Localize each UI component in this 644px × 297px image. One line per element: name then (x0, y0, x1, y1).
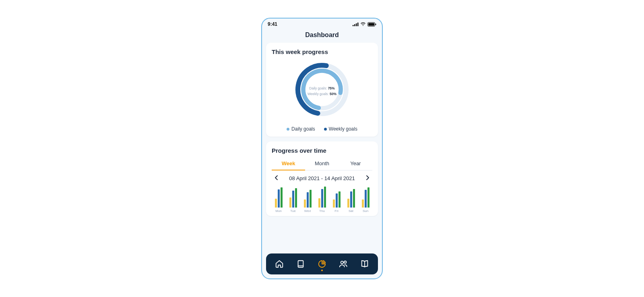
bar (350, 191, 352, 208)
bar (367, 187, 369, 208)
day-label: Mon (275, 209, 282, 213)
donut-center-labels: Daily goals: 75% Weekly goals: 50% (308, 86, 336, 97)
bar-chart: MonTueWedThuFriSatSun (272, 185, 372, 213)
day-label: Sat (349, 209, 353, 213)
bar (281, 187, 283, 208)
day-column: Sat (345, 185, 357, 213)
prev-range-button[interactable] (273, 175, 280, 181)
bar (324, 187, 326, 208)
daily-goals-label: Daily goals: (309, 86, 327, 90)
signal-icon (353, 22, 359, 26)
page-title: Dashboard (262, 30, 382, 43)
svg-rect-5 (368, 23, 374, 26)
day-label: Fri (334, 209, 338, 213)
svg-rect-2 (356, 23, 357, 26)
next-range-button[interactable] (364, 175, 371, 181)
day-label: Tue (290, 209, 296, 213)
day-label: Thu (319, 209, 325, 213)
people-icon (339, 260, 348, 268)
date-range-row: 08 April 2021 - 14 April 2021 (272, 175, 372, 185)
phone-frame: 9:41 Dashboard This week progress Daily … (261, 18, 383, 279)
week-progress-title: This week progress (272, 48, 372, 55)
weekly-goals-value: 50% (330, 92, 336, 96)
svg-point-13 (341, 261, 343, 264)
tablet-icon (296, 260, 305, 268)
bottom-nav (266, 253, 378, 274)
svg-rect-6 (376, 23, 376, 25)
tab-year[interactable]: Year (339, 158, 372, 170)
date-range-label: 08 April 2021 - 14 April 2021 (289, 175, 355, 181)
day-column: Thu (316, 185, 328, 213)
tab-month[interactable]: Month (305, 158, 339, 170)
bar (318, 198, 320, 208)
nav-people[interactable] (335, 256, 351, 272)
nav-home[interactable] (271, 256, 287, 272)
day-column: Fri (330, 185, 343, 213)
pie-chart-icon (318, 260, 326, 268)
svg-rect-1 (354, 24, 355, 26)
status-time: 9:41 (268, 21, 277, 27)
bar (333, 199, 335, 208)
bar (336, 193, 338, 208)
over-time-card: Progress over time WeekMonthYear 08 Apri… (266, 141, 378, 216)
daily-goals-value: 75% (328, 86, 335, 90)
bar (347, 199, 349, 208)
bar (310, 190, 312, 208)
chevron-left-icon (275, 175, 279, 180)
bar (307, 192, 309, 208)
chevron-right-icon (365, 175, 369, 180)
donut-legend: Daily goals Weekly goals (272, 126, 372, 132)
status-icons (353, 22, 376, 27)
nav-book[interactable] (293, 256, 309, 272)
nav-stats[interactable] (314, 256, 330, 272)
bar (275, 199, 277, 208)
over-time-title: Progress over time (272, 147, 372, 154)
weekly-goals-label: Weekly goals: (308, 92, 329, 96)
bar (321, 189, 323, 208)
bar (353, 189, 355, 208)
week-progress-card: This week progress Daily goals: 75% Week… (266, 43, 378, 137)
wifi-icon (360, 22, 366, 26)
day-label: Wed (304, 209, 311, 213)
open-book-icon (360, 260, 369, 268)
bar (304, 199, 306, 208)
home-icon (275, 260, 284, 268)
nav-library[interactable] (357, 256, 373, 272)
tab-week[interactable]: Week (272, 158, 305, 170)
progress-donut: Daily goals: 75% Weekly goals: 50% (272, 59, 372, 124)
bar (292, 191, 294, 208)
bar (339, 191, 341, 208)
svg-rect-3 (357, 23, 359, 26)
day-column: Sun (359, 185, 372, 213)
bar (365, 190, 367, 208)
battery-icon (367, 22, 376, 27)
time-tabs: WeekMonthYear (272, 158, 372, 170)
bar (362, 199, 364, 208)
bar (278, 189, 280, 208)
svg-point-14 (344, 261, 347, 264)
svg-rect-11 (298, 261, 303, 268)
legend-daily: Daily goals (287, 126, 315, 132)
day-column: Mon (272, 185, 285, 213)
status-bar: 9:41 (262, 19, 382, 30)
day-column: Wed (301, 185, 314, 213)
day-column: Tue (287, 185, 299, 213)
bar (289, 197, 291, 208)
svg-rect-0 (353, 25, 354, 26)
day-label: Sun (363, 209, 368, 213)
legend-weekly: Weekly goals (324, 126, 357, 132)
bar (295, 188, 297, 208)
